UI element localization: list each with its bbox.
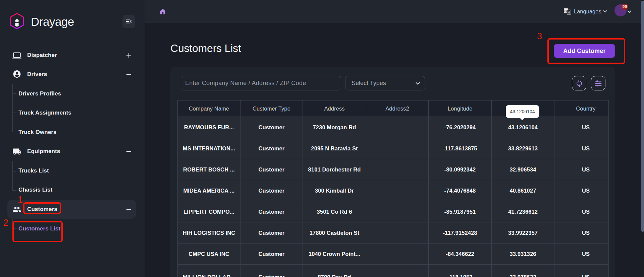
svg-text:G: G [565,9,568,13]
